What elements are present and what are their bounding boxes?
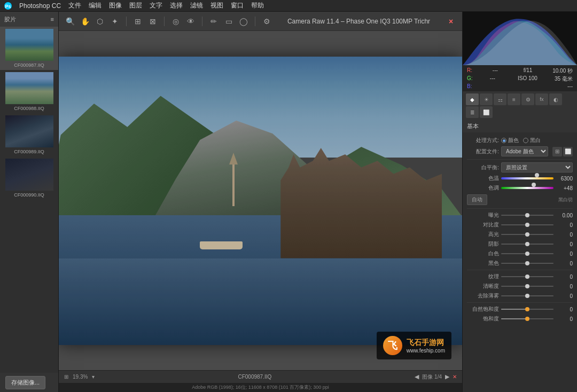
g-label: G: [467, 75, 473, 83]
texture-value: 0 [556, 274, 573, 280]
divider-3 [467, 270, 573, 270]
menu-item-edit[interactable]: 编辑 [89, 1, 102, 10]
close-x[interactable]: ✕ [453, 374, 457, 380]
vibrance-value: 0 [556, 307, 573, 312]
color-sampler-tool[interactable]: ✦ [109, 15, 121, 27]
nav-next[interactable]: ▶ [445, 373, 449, 380]
process-color-option[interactable]: 颜色 [501, 137, 519, 144]
adjustment-brush[interactable]: ✏ [208, 15, 220, 27]
white-balance-tool[interactable]: ⬡ [94, 15, 106, 27]
film-thumbnail-3 [5, 115, 53, 147]
menu-item-image[interactable]: 图像 [109, 1, 122, 10]
tab-detail[interactable]: ⚏ [494, 93, 506, 105]
filmstrip-menu-icon[interactable]: ≡ [51, 16, 54, 22]
menu-item-layer[interactable]: 图层 [129, 1, 142, 10]
preferences[interactable]: ⚙ [261, 15, 272, 27]
vibrance-thumb[interactable] [525, 307, 529, 311]
radial-filter[interactable]: ◯ [238, 15, 249, 27]
contrast-thumb[interactable] [525, 223, 529, 227]
saturation-slider[interactable] [501, 318, 553, 319]
tab-basic[interactable]: ◆ [466, 93, 479, 105]
highlights-value: 0 [556, 232, 573, 238]
film-thumbnail-1 [5, 29, 53, 61]
wb-select[interactable]: 原照设置 [501, 162, 573, 173]
dehaze-slider[interactable] [501, 295, 553, 296]
process-color-radio[interactable] [501, 138, 506, 143]
contrast-label: 对比度 [467, 221, 499, 229]
hand-tool[interactable]: ✋ [79, 15, 91, 27]
saturation-thumb[interactable] [525, 317, 529, 321]
highlights-slider[interactable] [501, 234, 553, 235]
film-item-1[interactable]: CF000987.IIQ [0, 27, 58, 70]
info-bar: R: --- f/11 10.00 秒 G: --- ISO 100 35 毫米… [463, 65, 577, 91]
tab-fx[interactable]: fx [535, 93, 548, 105]
process-bw-option[interactable]: 黑白 [523, 137, 541, 144]
film-item-2[interactable]: CF000988.IIQ [0, 70, 58, 113]
shadows-thumb[interactable] [525, 242, 529, 246]
vibrance-slider[interactable] [501, 309, 553, 310]
straighten-tool[interactable]: ⊠ [147, 15, 159, 27]
whites-slider[interactable] [501, 253, 553, 254]
zoom-level[interactable]: 19.3% [73, 374, 88, 380]
bw-cut-label[interactable]: 黑白切 [558, 197, 573, 203]
menu-item-select[interactable]: 选择 [170, 1, 183, 10]
tab-split-toning[interactable]: ⚙ [521, 93, 534, 105]
divider-1 [467, 159, 573, 160]
exposure-value: 0.00 [556, 213, 573, 218]
profile-browse-btn[interactable]: ⬜ [563, 147, 573, 156]
menu-item-window[interactable]: 窗口 [231, 1, 244, 10]
clarity-slider-wrap [501, 283, 553, 290]
clarity-row: 清晰度 0 [467, 281, 573, 291]
shadows-row: 阴影 0 [467, 239, 573, 249]
profile-grid-btn[interactable]: ⊞ [552, 147, 562, 156]
exposure-slider[interactable] [501, 215, 553, 216]
tab-calibration[interactable]: ⬜ [480, 106, 493, 118]
menu-item-view[interactable]: 视图 [210, 1, 223, 10]
tab-transform[interactable]: ≣ [466, 106, 479, 118]
watermark-url: www.feship.com [407, 348, 445, 354]
tab-lens[interactable]: ◐ [549, 93, 562, 105]
tab-tone-curve[interactable]: ☀ [480, 93, 493, 105]
zoom-dropdown-icon[interactable]: ▾ [92, 374, 95, 380]
film-item-4[interactable]: CF000990.IIQ [0, 156, 58, 200]
highlights-thumb[interactable] [525, 232, 529, 237]
tab-hsl[interactable]: ≡ [508, 93, 520, 105]
texture-thumb[interactable] [525, 275, 529, 279]
spot-removal-tool[interactable]: ◎ [170, 15, 182, 27]
menu-bar: Ps Photoshop CC 文件 编辑 图像 图层 文字 选择 滤镜 视图 … [0, 0, 577, 12]
auto-row: 自动 黑白切 [467, 193, 573, 207]
nav-prev[interactable]: ◀ [415, 373, 419, 380]
clarity-slider[interactable] [501, 286, 553, 287]
blacks-thumb[interactable] [525, 261, 529, 265]
menu-item-filter[interactable]: 滤镜 [190, 1, 203, 10]
info-row-b: B: --- [467, 83, 573, 89]
tint-value: +48 [556, 185, 573, 191]
tint-slider-bg [501, 187, 553, 189]
auto-button[interactable]: 自动 [467, 194, 487, 205]
tint-slider-thumb[interactable] [532, 183, 536, 187]
image-nav: 图像 1/4 [422, 373, 442, 381]
process-row: 处理方式: 颜色 黑白 [467, 136, 573, 145]
exposure-thumb[interactable] [525, 213, 529, 217]
dehaze-thumb[interactable] [525, 294, 529, 298]
save-image-button[interactable]: 存储图像... [5, 376, 45, 389]
redeye-tool[interactable]: 👁 [185, 15, 197, 27]
menu-item-file[interactable]: 文件 [68, 1, 81, 10]
profile-select[interactable]: Adobe 颜色 [501, 146, 548, 156]
close-button[interactable]: × [445, 15, 457, 27]
whites-thumb[interactable] [525, 252, 529, 256]
menu-item-type[interactable]: 文字 [150, 1, 162, 10]
clarity-thumb[interactable] [525, 284, 529, 288]
film-item-3[interactable]: CF000989.IIQ [0, 113, 58, 156]
zoom-tool[interactable]: 🔍 [64, 15, 76, 27]
blacks-slider[interactable] [501, 263, 553, 264]
temp-slider-thumb[interactable] [535, 173, 539, 177]
crop-tool[interactable]: ⊞ [132, 15, 144, 27]
menu-item-help[interactable]: 帮助 [251, 1, 264, 10]
gradient-filter[interactable]: ▭ [223, 15, 235, 27]
blacks-slider-wrap [501, 260, 553, 267]
texture-slider[interactable] [501, 276, 553, 277]
shadows-slider[interactable] [501, 244, 553, 245]
contrast-slider[interactable] [501, 224, 553, 225]
process-bw-radio[interactable] [523, 138, 528, 143]
